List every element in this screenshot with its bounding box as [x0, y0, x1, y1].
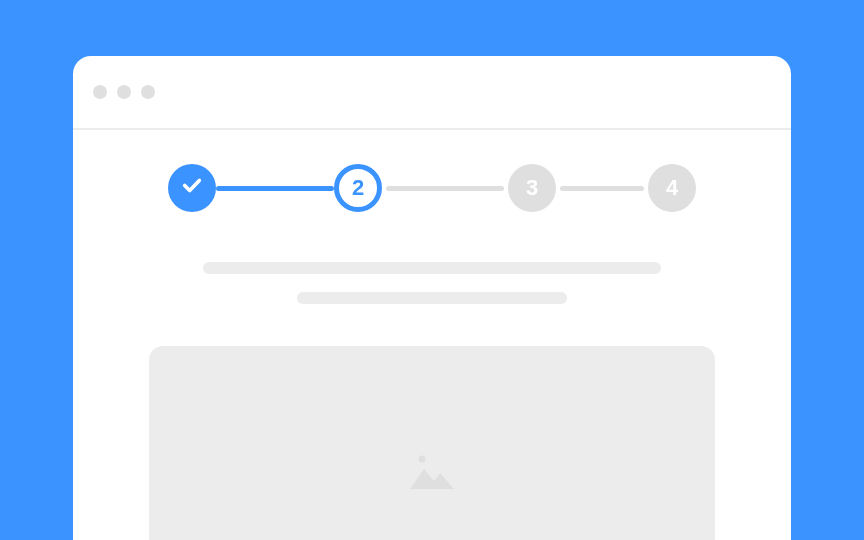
- window-control-minimize[interactable]: [117, 85, 131, 99]
- connector-3-4: [560, 186, 644, 191]
- content-area: 2 3 4: [73, 130, 791, 540]
- heading-placeholder: [203, 262, 661, 274]
- progress-stepper: 2 3 4: [73, 164, 791, 212]
- step-3-label: 3: [526, 175, 538, 201]
- subheading-placeholder: [297, 292, 567, 304]
- image-placeholder-icon: [408, 451, 456, 491]
- step-1-completed[interactable]: [168, 164, 216, 212]
- connector-2-3: [386, 186, 504, 191]
- step-4-label: 4: [666, 175, 678, 201]
- window-titlebar: [73, 56, 791, 128]
- step-3-upcoming[interactable]: 3: [508, 164, 556, 212]
- step-2-label: 2: [352, 175, 364, 201]
- window-control-maximize[interactable]: [141, 85, 155, 99]
- svg-point-0: [419, 456, 426, 463]
- text-placeholder-group: [73, 262, 791, 304]
- window-control-close[interactable]: [93, 85, 107, 99]
- connector-1-2: [216, 186, 334, 191]
- check-icon: [181, 174, 203, 202]
- step-2-current[interactable]: 2: [334, 164, 382, 212]
- browser-window: 2 3 4: [73, 56, 791, 540]
- image-upload-card[interactable]: [149, 346, 715, 540]
- step-4-upcoming[interactable]: 4: [648, 164, 696, 212]
